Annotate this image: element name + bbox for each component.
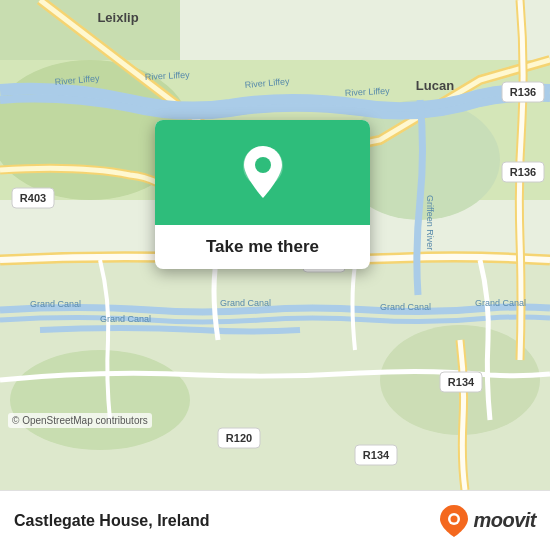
svg-text:R403: R403 xyxy=(20,192,46,204)
map-attribution: © OpenStreetMap contributors xyxy=(8,413,152,428)
svg-text:Griffeen River: Griffeen River xyxy=(425,195,435,250)
svg-text:R120: R120 xyxy=(226,432,252,444)
popup-top xyxy=(155,120,370,225)
svg-point-37 xyxy=(255,157,271,173)
location-pin-icon xyxy=(239,144,287,202)
moovit-pin-icon xyxy=(439,504,469,538)
svg-text:Grand Canal: Grand Canal xyxy=(100,314,151,324)
svg-text:Leixlip: Leixlip xyxy=(97,10,138,25)
svg-point-7 xyxy=(10,350,190,450)
popup-bottom: Take me there xyxy=(155,225,370,269)
svg-point-39 xyxy=(451,515,458,522)
svg-text:Grand Canal: Grand Canal xyxy=(220,298,271,308)
location-label: Castlegate House, Ireland xyxy=(14,512,210,530)
svg-text:R134: R134 xyxy=(363,449,390,461)
moovit-logo: moovit xyxy=(439,504,536,538)
bottom-bar: Castlegate House, Ireland moovit xyxy=(0,490,550,550)
svg-text:R134: R134 xyxy=(448,376,475,388)
moovit-wordmark: moovit xyxy=(473,509,536,532)
svg-text:R136: R136 xyxy=(510,166,536,178)
popup-card: Take me there xyxy=(155,120,370,269)
svg-text:Grand Canal: Grand Canal xyxy=(475,298,526,308)
svg-text:Lucan: Lucan xyxy=(416,78,454,93)
svg-text:R136: R136 xyxy=(510,86,536,98)
map-container: R403 R120 R120 R134 R134 R136 R136 Leixl… xyxy=(0,0,550,490)
take-me-there-button[interactable]: Take me there xyxy=(206,237,319,257)
svg-text:Grand Canal: Grand Canal xyxy=(380,302,431,312)
svg-text:Grand Canal: Grand Canal xyxy=(30,299,81,309)
